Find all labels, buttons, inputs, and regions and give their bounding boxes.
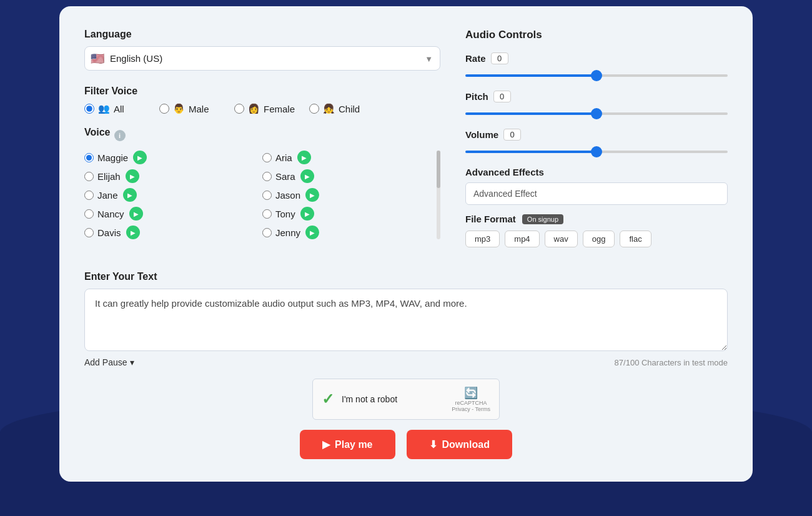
voice-sara-radio[interactable] (262, 172, 272, 181)
voice-davis[interactable]: Davis ▶ (84, 226, 262, 239)
right-panel: Audio Controls Rate 0 Pitch 0 (465, 29, 728, 254)
filter-all-emoji: 👥 (98, 103, 110, 114)
voice-davis-radio[interactable] (84, 228, 94, 237)
text-input[interactable]: It can greatly help provide customizable… (84, 289, 728, 351)
voice-jenny[interactable]: Jenny ▶ (262, 226, 440, 239)
voice-jane[interactable]: Jane ▶ (84, 188, 262, 202)
voice-nancy-play[interactable]: ▶ (129, 207, 143, 221)
voice-davis-label: Davis (97, 227, 121, 238)
format-buttons: mp3 mp4 wav ogg flac (465, 231, 728, 247)
recaptcha-logo-icon: 🔄 (464, 386, 478, 400)
filter-child-label: Child (339, 104, 360, 114)
filter-female[interactable]: 👩 Female (234, 103, 303, 114)
filter-child[interactable]: 👧 Child (309, 103, 378, 114)
format-mp3[interactable]: mp3 (465, 231, 500, 247)
voice-label-row: Voice i (84, 127, 440, 144)
download-button[interactable]: ⬇ Download (407, 430, 512, 459)
text-area-footer: Add Pause ▾ 87/100 Characters in test mo… (84, 357, 728, 367)
language-select[interactable]: English (US) English (UK) Spanish French… (84, 46, 440, 71)
format-flac[interactable]: flac (620, 231, 651, 247)
rate-slider[interactable] (465, 74, 728, 77)
voice-col-1: Maggie ▶ Elijah ▶ Jane (84, 151, 262, 239)
voice-jason-play[interactable]: ▶ (305, 188, 319, 202)
language-select-wrapper: 🇺🇸 English (US) English (UK) Spanish Fre… (84, 46, 440, 71)
filter-all-label: All (114, 104, 124, 114)
voice-sara[interactable]: Sara ▶ (262, 169, 440, 183)
add-pause-chevron: ▾ (130, 357, 134, 367)
rate-control: Rate 0 (465, 52, 728, 79)
filter-female-radio[interactable] (234, 104, 244, 114)
signup-badge: On signup (522, 214, 563, 224)
volume-label: Volume (465, 129, 498, 140)
file-format-section: File Format On signup mp3 mp4 wav ogg fl… (465, 214, 728, 247)
file-format-label-row: File Format On signup (465, 214, 728, 224)
voice-elijah-radio[interactable] (84, 172, 94, 181)
add-pause-button[interactable]: Add Pause ▾ (84, 357, 134, 367)
voice-tony-play[interactable]: ▶ (300, 207, 314, 221)
recaptcha-sub: Privacy - Terms (452, 406, 490, 412)
play-me-icon: ▶ (322, 439, 330, 450)
voice-jason[interactable]: Jason ▶ (262, 188, 440, 202)
filter-female-label: Female (264, 104, 295, 114)
format-wav[interactable]: wav (545, 231, 578, 247)
voice-nancy-radio[interactable] (84, 209, 94, 219)
voice-aria[interactable]: Aria ▶ (262, 151, 440, 164)
voice-nancy[interactable]: Nancy ▶ (84, 207, 262, 221)
voice-jason-radio[interactable] (262, 191, 272, 200)
voice-list-wrapper: Maggie ▶ Elijah ▶ Jane (84, 151, 440, 239)
advanced-effect-wrapper: Advanced Effect Echo Reverb Robot Cave (465, 182, 728, 205)
voice-jane-play[interactable]: ▶ (123, 188, 137, 202)
voice-jenny-radio[interactable] (262, 228, 272, 237)
voice-maggie[interactable]: Maggie ▶ (84, 151, 262, 164)
rate-label-row: Rate 0 (465, 52, 728, 64)
volume-slider[interactable] (465, 151, 728, 153)
voice-elijah-play[interactable]: ▶ (126, 169, 139, 183)
filter-all-radio[interactable] (84, 104, 94, 114)
pitch-value: 0 (493, 91, 511, 102)
enter-text-label: Enter Your Text (84, 271, 728, 282)
info-icon[interactable]: i (114, 130, 126, 141)
filter-child-emoji: 👧 (323, 103, 335, 114)
format-mp4[interactable]: mp4 (505, 231, 539, 247)
advanced-effect-select[interactable]: Advanced Effect Echo Reverb Robot Cave (465, 182, 728, 205)
pitch-slider[interactable] (465, 112, 728, 115)
recaptcha-wrapper: ✓ I'm not a robot 🔄 reCAPTCHA Privacy - … (84, 379, 728, 420)
main-card: Language 🇺🇸 English (US) English (UK) Sp… (59, 6, 753, 482)
advanced-effects-section: Advanced Effects Advanced Effect Echo Re… (465, 167, 728, 205)
voice-tony-label: Tony (275, 209, 295, 219)
filter-male-emoji: 👨 (173, 103, 185, 114)
volume-value: 0 (503, 129, 521, 141)
filter-child-radio[interactable] (309, 104, 319, 114)
voice-tony-radio[interactable] (262, 209, 272, 219)
filter-voice-section: Filter Voice 👥 All 👨 Male (84, 86, 440, 114)
play-me-button[interactable]: ▶ Play me (300, 430, 395, 459)
filter-all[interactable]: 👥 All (84, 103, 153, 114)
char-count: 87/100 Characters in test mode (615, 358, 728, 367)
voice-sara-label: Sara (275, 171, 295, 182)
voice-jane-label: Jane (97, 190, 118, 201)
voice-jane-radio[interactable] (84, 191, 94, 200)
language-section: Language 🇺🇸 English (US) English (UK) Sp… (84, 29, 440, 71)
voice-jenny-play[interactable]: ▶ (305, 226, 319, 239)
action-buttons: ▶ Play me ⬇ Download (84, 430, 728, 459)
voice-maggie-label: Maggie (97, 152, 128, 163)
voice-tony[interactable]: Tony ▶ (262, 207, 440, 221)
voice-aria-radio[interactable] (262, 153, 272, 162)
filter-male-radio[interactable] (159, 104, 169, 114)
filter-male[interactable]: 👨 Male (159, 103, 228, 114)
voice-elijah[interactable]: Elijah ▶ (84, 169, 262, 183)
voice-davis-play[interactable]: ▶ (126, 226, 140, 239)
pitch-label: Pitch (465, 91, 488, 102)
volume-control: Volume 0 (465, 129, 728, 156)
pitch-label-row: Pitch 0 (465, 91, 728, 102)
voice-columns: Maggie ▶ Elijah ▶ Jane (84, 151, 440, 239)
voice-maggie-radio[interactable] (84, 153, 94, 162)
volume-label-row: Volume 0 (465, 129, 728, 141)
voice-maggie-play[interactable]: ▶ (133, 151, 147, 164)
voice-aria-play[interactable]: ▶ (297, 151, 311, 164)
scrollbar-thumb[interactable] (437, 151, 440, 188)
voice-sara-play[interactable]: ▶ (300, 169, 314, 183)
voice-jason-label: Jason (275, 190, 300, 201)
format-ogg[interactable]: ogg (583, 231, 615, 247)
recaptcha-box[interactable]: ✓ I'm not a robot 🔄 reCAPTCHA Privacy - … (312, 379, 500, 420)
